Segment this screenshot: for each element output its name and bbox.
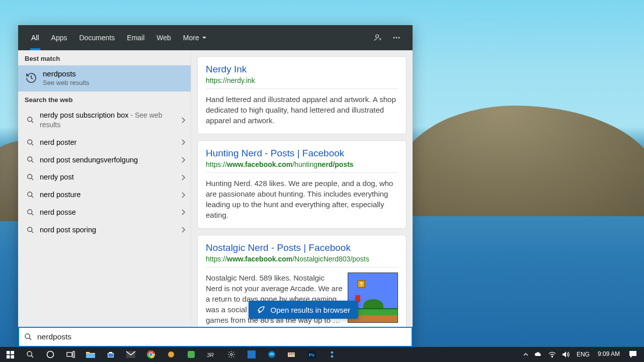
web-result-url: https://www.facebook.com/huntingnerd/pos…: [206, 160, 398, 173]
taskbar-app-icon[interactable]: 3R: [201, 347, 221, 362]
svg-point-24: [149, 353, 152, 356]
taskbar-app-icon[interactable]: [161, 347, 181, 362]
web-suggestion-item[interactable]: nord post sendungsverfolgung: [18, 151, 191, 169]
web-result-desc: Hand lettered and illustrated apparel an…: [206, 94, 398, 126]
system-tray: ENG 9:09 AM: [520, 347, 644, 362]
svg-point-5: [27, 139, 32, 144]
taskbar: 3R Ps ENG 9:09 AM: [0, 347, 644, 362]
web-suggestion-item[interactable]: nerdy post: [18, 168, 191, 186]
svg-point-0: [376, 35, 379, 38]
svg-rect-18: [67, 352, 72, 356]
start-button[interactable]: [0, 347, 20, 362]
svg-rect-12: [7, 351, 10, 354]
search-icon: [24, 333, 32, 341]
web-suggestion-text: nerdy post subscription box - See web re…: [40, 111, 181, 130]
search-panel: All Apps Documents Email Web More Best m…: [18, 25, 413, 347]
tab-apps[interactable]: Apps: [45, 25, 73, 50]
open-results-in-browser-button[interactable]: Open results in browser: [249, 301, 358, 319]
history-icon: [25, 71, 38, 84]
tray-volume-icon[interactable]: [559, 347, 573, 362]
taskbar-app-icon[interactable]: [181, 347, 201, 362]
svg-point-34: [293, 353, 295, 355]
tab-email[interactable]: Email: [121, 25, 150, 50]
chevron-right-icon: [181, 117, 186, 124]
svg-rect-15: [11, 355, 14, 358]
svg-point-3: [398, 37, 400, 39]
tray-chevron-icon[interactable]: [520, 347, 531, 362]
tray-clock[interactable]: 9:09 AM: [594, 347, 624, 362]
search-icon: [25, 156, 36, 163]
search-input[interactable]: [37, 332, 407, 341]
svg-rect-14: [7, 355, 10, 358]
web-suggestion-item[interactable]: nerd poster: [18, 134, 191, 151]
taskbar-app-icon[interactable]: [282, 347, 302, 362]
taskbar-search-icon[interactable]: [20, 347, 40, 362]
chevron-right-icon: [181, 139, 186, 146]
web-result-card[interactable]: Hunting Nerd - Posts | Facebook https://…: [197, 140, 407, 229]
best-match-item[interactable]: nerdposts See web results: [18, 65, 191, 92]
file-explorer-icon[interactable]: [80, 347, 101, 362]
web-result-title[interactable]: Nostalgic Nerd - Posts | Facebook: [206, 242, 398, 253]
tray-onedrive-icon[interactable]: [531, 347, 545, 362]
web-suggestion-item[interactable]: nerdy post subscription box - See web re…: [18, 107, 191, 134]
options-icon[interactable]: [387, 29, 406, 47]
best-match-header: Best match: [18, 50, 191, 65]
action-center-icon[interactable]: [624, 347, 642, 362]
taskbar-app-icon[interactable]: [242, 347, 262, 362]
chevron-right-icon: [181, 156, 186, 163]
tab-web[interactable]: Web: [150, 25, 177, 50]
svg-point-2: [396, 37, 397, 39]
web-result-card[interactable]: Nerdy Ink https://nerdy.ink Hand lettere…: [197, 56, 407, 134]
tab-documents[interactable]: Documents: [73, 25, 121, 50]
svg-point-33: [291, 353, 293, 355]
svg-point-10: [27, 227, 32, 232]
tray-language[interactable]: ENG: [573, 347, 594, 362]
search-preview-pane: Nerdy Ink https://nerdy.ink Hand lettere…: [191, 50, 413, 327]
search-results-sidebar: Best match nerdposts See web results Sea…: [18, 50, 191, 327]
edge-icon[interactable]: [262, 347, 282, 362]
svg-point-11: [25, 334, 30, 338]
chevron-right-icon: [181, 226, 186, 233]
search-icon: [25, 191, 36, 199]
web-suggestion-text: nerd poster: [40, 138, 181, 147]
search-filter-tabs: All Apps Documents Email Web More: [18, 25, 413, 50]
tab-all[interactable]: All: [25, 25, 45, 50]
svg-point-4: [27, 117, 32, 122]
chevron-right-icon: [181, 209, 186, 216]
web-suggestion-text: nord post sendungsverfolgung: [40, 155, 181, 165]
best-match-title: nerdposts: [43, 69, 90, 78]
svg-rect-31: [288, 352, 295, 357]
svg-text:3R: 3R: [207, 352, 214, 358]
web-result-title[interactable]: Hunting Nerd - Posts | Facebook: [206, 148, 398, 159]
chevron-right-icon: [181, 192, 186, 199]
taskbar-app-icon[interactable]: [322, 347, 342, 362]
svg-point-7: [27, 174, 32, 179]
cortana-icon[interactable]: [40, 347, 60, 362]
photoshop-icon[interactable]: Ps: [302, 347, 322, 362]
web-result-url: https://www.facebook.com/NostalgicNerd80…: [206, 255, 398, 267]
web-suggestion-item[interactable]: nord post sporing: [18, 221, 191, 239]
store-icon[interactable]: [101, 347, 121, 362]
chrome-icon[interactable]: [141, 347, 161, 362]
search-icon: [25, 209, 36, 216]
tab-more[interactable]: More: [177, 25, 212, 50]
best-match-subtitle: See web results: [43, 79, 90, 86]
svg-point-1: [393, 37, 395, 39]
tray-wifi-icon[interactable]: [545, 347, 559, 362]
settings-icon[interactable]: [221, 347, 242, 362]
web-suggestion-text: nord post sporing: [40, 225, 181, 235]
web-suggestion-item[interactable]: nerd posse: [18, 204, 191, 221]
mail-icon[interactable]: [121, 347, 141, 362]
svg-point-8: [27, 192, 32, 197]
desktop: All Apps Documents Email Web More Best m…: [0, 0, 644, 362]
svg-rect-13: [11, 351, 14, 354]
web-suggestion-item[interactable]: nerd posture: [18, 186, 191, 204]
feedback-icon[interactable]: [369, 29, 387, 47]
search-icon: [25, 139, 36, 146]
search-icon: [25, 226, 36, 234]
svg-point-25: [168, 351, 174, 357]
web-suggestion-text: nerd posture: [40, 190, 181, 200]
task-view-icon[interactable]: [60, 347, 80, 362]
web-result-title[interactable]: Nerdy Ink: [206, 64, 398, 75]
search-input-bar[interactable]: [18, 327, 413, 347]
